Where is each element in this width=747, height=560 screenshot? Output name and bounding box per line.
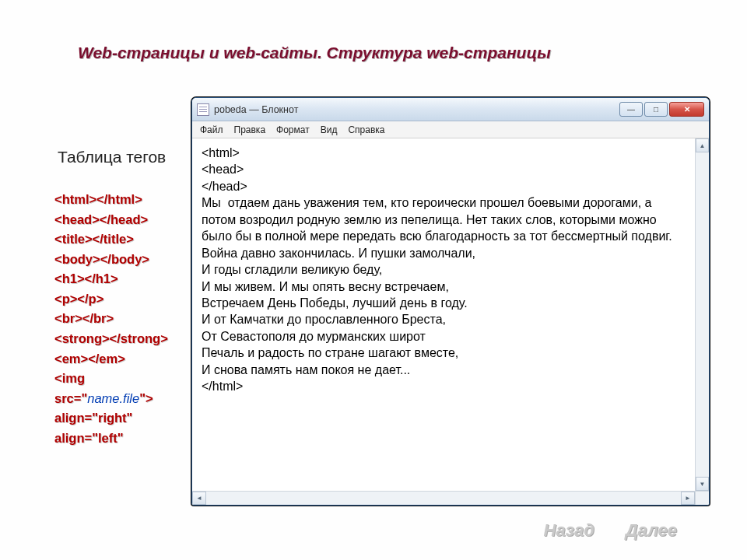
menu-format[interactable]: Формат — [276, 124, 310, 135]
tag-row-p: <p></p> — [54, 289, 179, 310]
tag-row-align-left: align="left" — [54, 429, 179, 449]
slide-nav: Назад Далее — [544, 520, 677, 541]
tag-list: <html></html> <head></head> <title></tit… — [54, 190, 179, 448]
window-title: pobeda — Блокнот — [214, 104, 298, 115]
notepad-window: pobeda — Блокнот — □ ✕ Файл Правка Форма… — [191, 97, 710, 506]
minimize-button[interactable]: — — [619, 102, 643, 117]
tag-row-html: <html></html> — [54, 190, 179, 210]
window-buttons: — □ ✕ — [619, 102, 704, 117]
tag-row-head: <head></head> — [54, 210, 179, 230]
nav-back-button[interactable]: Назад — [544, 520, 594, 541]
tag-row-title: <title></title> — [54, 229, 179, 250]
tag-row-strong: <strong></strong> — [54, 329, 179, 349]
scroll-left-button[interactable]: ◄ — [192, 492, 206, 505]
menu-edit[interactable]: Правка — [234, 124, 266, 135]
tag-row-h1: <h1></h1> — [54, 269, 179, 289]
editor-body: <html> <head> </head> Мы отдаем дань ува… — [192, 138, 709, 491]
menu-help[interactable]: Справка — [348, 124, 384, 135]
notepad-icon — [197, 103, 209, 116]
slide-title: Web-страницы и web-сайты. Структура web-… — [78, 44, 551, 62]
close-button[interactable]: ✕ — [669, 102, 704, 117]
titlebar: pobeda — Блокнот — □ ✕ — [192, 98, 709, 121]
nav-next-button[interactable]: Далее — [626, 520, 677, 541]
left-column: Таблица тегов <html></html> <head></head… — [54, 148, 179, 448]
menu-view[interactable]: Вид — [321, 124, 338, 135]
menu-file[interactable]: Файл — [200, 124, 223, 135]
menubar: Файл Правка Формат Вид Справка — [192, 121, 709, 138]
editor-textarea[interactable]: <html> <head> </head> Мы отдаем дань ува… — [192, 138, 695, 491]
tag-row-body: <body></body> — [54, 250, 179, 270]
scroll-track-h[interactable] — [206, 492, 681, 505]
horizontal-scrollbar[interactable]: ◄ ► — [192, 491, 709, 505]
vertical-scrollbar[interactable]: ▲ ▼ — [695, 138, 709, 491]
tag-row-align-right: align="right" — [54, 408, 179, 429]
scroll-track-v[interactable] — [696, 152, 709, 477]
tag-table-heading: Таблица тегов — [58, 148, 179, 166]
scroll-corner — [695, 492, 709, 505]
tag-row-img: <img src="name.file"> — [54, 369, 179, 408]
scroll-up-button[interactable]: ▲ — [696, 138, 709, 152]
tag-row-br: <br></br> — [54, 309, 179, 329]
scroll-down-button[interactable]: ▼ — [696, 477, 709, 491]
scroll-right-button[interactable]: ► — [681, 492, 695, 505]
maximize-button[interactable]: □ — [644, 102, 668, 117]
tag-row-em: <em></em> — [54, 349, 179, 369]
